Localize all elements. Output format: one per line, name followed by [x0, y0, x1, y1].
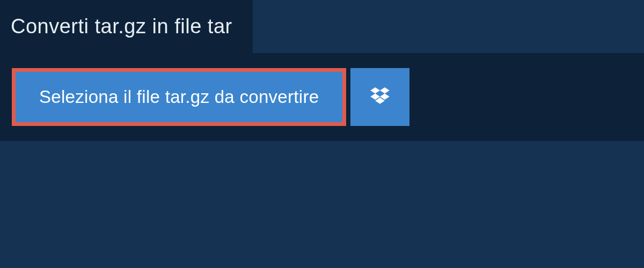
select-file-label: Seleziona il file tar.gz da convertire: [39, 87, 319, 107]
upload-panel: Seleziona il file tar.gz da convertire: [0, 53, 644, 141]
dropbox-icon: [370, 87, 390, 107]
button-row: Seleziona il file tar.gz da convertire: [12, 68, 632, 126]
dropbox-button[interactable]: [350, 68, 409, 126]
page-title: Converti tar.gz in file tar: [0, 0, 253, 53]
header-tab: Converti tar.gz in file tar: [0, 0, 253, 53]
select-file-button[interactable]: Seleziona il file tar.gz da convertire: [12, 68, 346, 126]
